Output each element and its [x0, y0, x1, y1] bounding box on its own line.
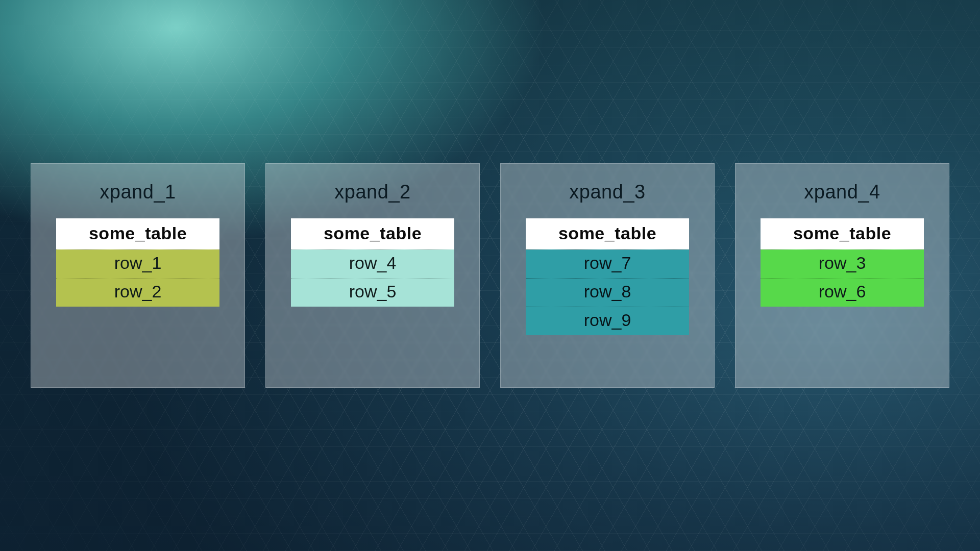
shard-table: some_table row_4 row_5	[291, 218, 454, 307]
shard-node-title: xpand_3	[569, 181, 645, 203]
table-row: row_6	[761, 278, 924, 307]
shard-node-title: xpand_1	[100, 181, 176, 203]
shard-table: some_table row_1 row_2	[56, 218, 219, 307]
table-row: row_4	[291, 249, 454, 278]
table-row: row_5	[291, 278, 454, 307]
table-row: row_9	[526, 307, 689, 335]
shard-node-2: xpand_2 some_table row_4 row_5	[265, 163, 480, 388]
shard-node-title: xpand_2	[334, 181, 410, 203]
table-row: row_8	[526, 278, 689, 307]
table-header: some_table	[526, 218, 689, 249]
table-row: row_1	[56, 249, 219, 278]
shard-node-4: xpand_4 some_table row_3 row_6	[735, 163, 949, 388]
shard-table: some_table row_7 row_8 row_9	[526, 218, 689, 335]
shard-node-3: xpand_3 some_table row_7 row_8 row_9	[500, 163, 715, 388]
table-row: row_3	[761, 249, 924, 278]
diagram-stage: xpand_1 some_table row_1 row_2 xpand_2 s…	[0, 0, 980, 551]
table-header: some_table	[761, 218, 924, 249]
table-header: some_table	[291, 218, 454, 249]
shard-node-title: xpand_4	[804, 181, 880, 203]
table-row: row_2	[56, 278, 219, 307]
shard-node-1: xpand_1 some_table row_1 row_2	[31, 163, 245, 388]
table-header: some_table	[56, 218, 219, 249]
shard-table: some_table row_3 row_6	[761, 218, 924, 307]
table-row: row_7	[526, 249, 689, 278]
